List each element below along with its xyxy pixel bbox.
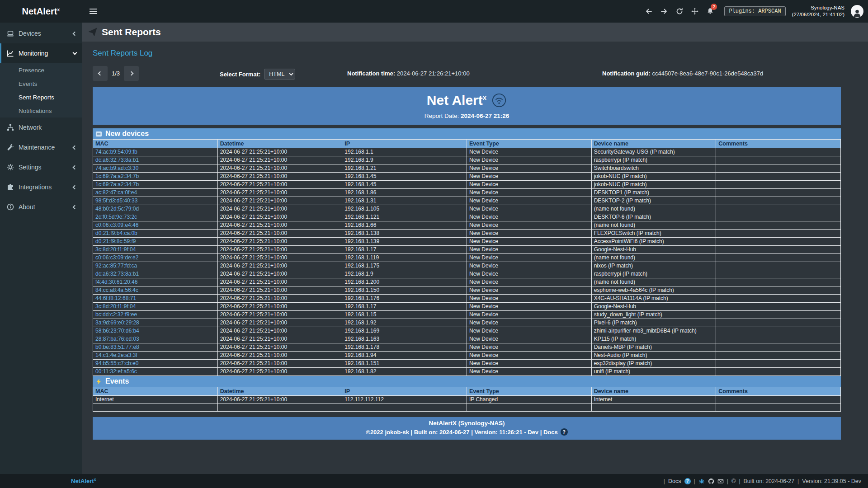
format-select[interactable]: HTML [264, 69, 295, 80]
event-type-cell: New Device [467, 238, 591, 246]
sidebar-subitem-presence[interactable]: Presence [0, 63, 82, 77]
sidebar-subitem-notifications[interactable]: Notifications [0, 104, 82, 117]
report-table-row: 2c:f0:5d:9e:73:2c2024-06-27 21:25:21+10:… [93, 213, 841, 221]
mac-link[interactable]: b0:be:83:51:77:e8 [95, 344, 139, 350]
datetime-cell [217, 404, 342, 412]
sidebar-subitem-sent-reports[interactable]: Sent Reports [0, 90, 82, 104]
sidebar-item-monitoring[interactable]: Monitoring [0, 43, 82, 63]
top-navbar: NetAlertx 7 Plugins: ARPSCAN [0, 0, 868, 23]
col-mac: MAC [93, 387, 218, 396]
device-name-cell: (name not found) [591, 205, 716, 213]
comments-cell [716, 352, 841, 360]
mac-link[interactable]: d0:21:f9:8c:59:f9 [95, 238, 136, 244]
mac-link[interactable]: 3a:9d:69:e0:29:28 [95, 319, 139, 326]
next-page-button[interactable] [124, 66, 139, 81]
event-type-cell: New Device [467, 230, 591, 238]
sidebar-item-about[interactable]: About [0, 197, 82, 217]
datetime-cell: 2024-06-27 21:25:21+10:00 [217, 238, 342, 246]
mac-link[interactable]: 3c:8d:20:f1:9f:04 [95, 246, 136, 253]
datetime-cell: 2024-06-27 21:25:21+10:00 [217, 189, 342, 197]
move-icon[interactable] [687, 0, 703, 23]
user-avatar[interactable] [851, 5, 863, 18]
report-table-row: 84:cc:a8:4a:56:4c2024-06-27 21:25:21+10:… [93, 286, 841, 295]
docs-help-icon[interactable]: ? [684, 478, 691, 484]
ip-cell: 192.168.1.169 [342, 327, 467, 335]
forward-arrow-icon[interactable] [656, 0, 672, 23]
github-icon[interactable] [708, 478, 714, 484]
datetime-cell: 2024-06-27 21:25:21+10:00 [217, 335, 342, 343]
mac-link[interactable]: c0:06:c3:09:e4:46 [95, 222, 138, 228]
report-table-row: 94:b5:55:c7:cb:e02024-06-27 21:25:21+10:… [93, 360, 841, 368]
sidebar-label-settings: Settings [19, 164, 69, 171]
event-type-cell: New Device [467, 156, 591, 164]
mac-link[interactable]: 58:b6:23:70:d6:b4 [95, 328, 139, 334]
mac-link[interactable]: d0:21:f9:b4:ca:0b [95, 230, 137, 236]
event-type-cell: New Device [467, 327, 591, 335]
ip-cell: 192.168.1.1 [342, 148, 467, 156]
mac-cell: 48:b0:2d:5c:79:0d [93, 205, 218, 213]
main-content: Sent Reports Sent Reports Log 1/3 Select… [82, 23, 868, 474]
bug-icon[interactable] [698, 478, 705, 484]
mac-cell: dc:a6:32:73:8a:b1 [93, 156, 218, 164]
mac-link[interactable]: c0:06:c3:09:de:e2 [95, 254, 138, 261]
footer-brand[interactable]: NetAlertx [71, 477, 96, 484]
report-table-row: Internet2024-06-27 21:25:21+10:00112.112… [93, 396, 841, 404]
ip-cell: 192.168.1.121 [342, 213, 467, 221]
notification-guid: Notification guid: cc44507e-8ea6-48e7-90… [602, 70, 763, 77]
mail-icon[interactable] [717, 478, 724, 484]
mac-link[interactable]: 00:11:32:ef:a5:6c [95, 368, 137, 375]
datetime-cell: 2024-06-27 21:25:21+10:00 [217, 295, 342, 303]
mac-link[interactable]: 98:5f:d3:d5:40:33 [95, 197, 137, 204]
mac-link[interactable]: 1c:69:7a:a2:34:7b [95, 173, 139, 179]
mac-link[interactable]: 1c:69:7a:a2:34:7b [95, 181, 139, 188]
mac-cell: 3c:8d:20:f1:9f:04 [93, 303, 218, 311]
col-ip: IP [342, 140, 467, 148]
lightning-icon [95, 378, 102, 385]
mac-link[interactable]: dc:a6:32:73:8a:b1 [95, 157, 139, 163]
sidebar-item-devices[interactable]: Devices [0, 23, 82, 43]
notification-count-badge: 7 [711, 4, 717, 10]
sidebar-item-integrations[interactable]: Integrations [0, 177, 82, 197]
mac-link[interactable]: 44:6f:f8:12:68:71 [95, 295, 136, 301]
sidebar-item-settings[interactable]: Settings [0, 157, 82, 177]
footer-docs-link[interactable]: Docs [668, 478, 681, 484]
ip-cell: 192.168.1.178 [342, 343, 467, 352]
event-type-cell: New Device [467, 278, 591, 286]
comments-cell [716, 156, 841, 164]
network-icon [7, 124, 14, 131]
mac-link[interactable]: 14:c1:4e:2e:a3:3f [95, 352, 137, 358]
sidebar-toggle-button[interactable] [82, 0, 104, 23]
app-logo[interactable]: NetAlertx [0, 0, 82, 23]
mac-link[interactable]: 92:ac:85:77:fd:ca [95, 263, 137, 269]
sidebar-item-network[interactable]: Network [0, 117, 82, 137]
mac-cell: d0:21:f9:8c:59:f9 [93, 238, 218, 246]
events-tbody: Internet2024-06-27 21:25:21+10:00112.112… [93, 396, 841, 412]
refresh-icon[interactable] [672, 0, 687, 23]
mac-link[interactable]: 2c:f0:5d:9e:73:2c [95, 214, 137, 220]
footer-copyright-icon[interactable]: © [731, 478, 736, 484]
mac-link[interactable]: dc:a6:32:73:8a:b1 [95, 271, 139, 277]
mac-link[interactable]: 74:ac:b9:54:09:fb [95, 149, 137, 155]
datetime-cell: 2024-06-27 21:25:21+10:00 [217, 221, 342, 230]
plugins-badge[interactable]: Plugins: ARPSCAN [724, 6, 785, 16]
mac-link[interactable]: ac:82:47:ca:0f:e4 [95, 189, 137, 196]
mac-link[interactable]: 94:b5:55:c7:cb:e0 [95, 360, 138, 366]
sidebar-subitem-events[interactable]: Events [0, 77, 82, 90]
back-arrow-icon[interactable] [641, 0, 656, 23]
mac-cell: bc:dd:c2:32:f9:ee [93, 311, 218, 319]
mac-link[interactable]: f4:4d:30:61:20:46 [95, 279, 137, 285]
event-type-cell: New Device [467, 343, 591, 352]
mac-link[interactable]: 84:cc:a8:4a:56:4c [95, 287, 138, 293]
event-type-cell: New Device [467, 181, 591, 189]
comments-cell [716, 173, 841, 181]
mac-link[interactable]: bc:dd:c2:32:f9:ee [95, 311, 137, 318]
notifications-bell-icon[interactable]: 7 [703, 0, 718, 23]
event-type-cell: New Device [467, 270, 591, 278]
report-table-row: 3a:9d:69:e0:29:282024-06-27 21:25:21+10:… [93, 319, 841, 327]
prev-page-button[interactable] [93, 66, 108, 81]
mac-link[interactable]: 74:ac:b9:ad:c3:30 [95, 165, 138, 171]
mac-link[interactable]: 48:b0:2d:5c:79:0d [95, 206, 139, 212]
sidebar-item-maintenance[interactable]: Maintenance [0, 137, 82, 157]
mac-link[interactable]: 28:87:ba:76:ed:03 [95, 336, 139, 342]
mac-link[interactable]: 3c:8d:20:f1:9f:04 [95, 303, 136, 310]
